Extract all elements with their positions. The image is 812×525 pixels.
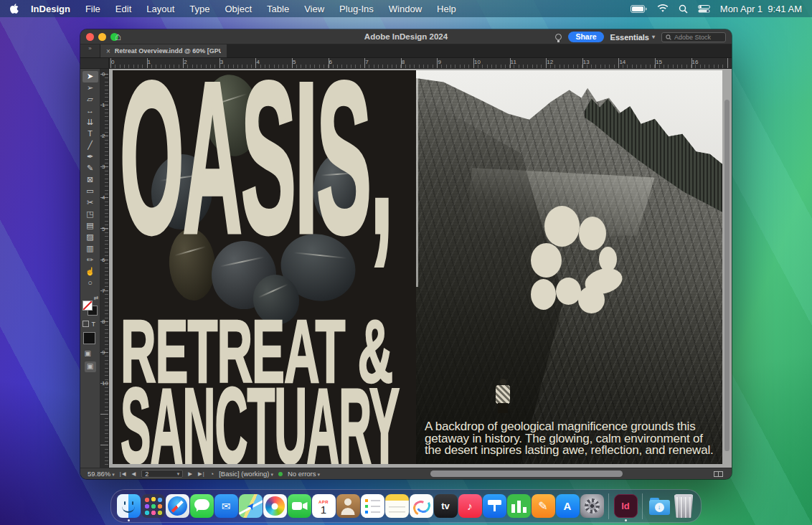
trash-icon [672,494,696,518]
logo-ellipse [531,279,556,310]
formatting-affects-text-button[interactable]: T [92,321,96,328]
document-viewport[interactable]: OASIS, RETREAT & SANCTUARY [109,69,732,468]
last-page-button[interactable]: ▶| [198,470,205,477]
control-center-icon[interactable] [698,5,710,13]
menu-window[interactable]: Window [389,4,422,14]
ruler-number: 13 [583,59,590,65]
menu-view[interactable]: View [304,4,324,14]
spread-left-page[interactable]: OASIS, RETREAT & SANCTUARY [113,70,416,464]
menu-help[interactable]: Help [437,4,456,14]
screen-mode-icon[interactable]: ▣ [85,349,91,357]
facetime-icon [288,494,311,518]
close-tab-icon[interactable]: × [106,47,110,55]
preflight-profile-menu[interactable]: [Basic] (working)▾ [219,470,273,478]
window-titlebar[interactable]: ⌂ Adobe InDesign 2024 Share Essentials ▾… [80,29,732,44]
fill-color-swatch[interactable] [82,301,93,311]
tool-pencil-tool[interactable]: ✎ [82,163,98,174]
menu-plugins[interactable]: Plug-Ins [339,4,374,14]
apple-logo-icon[interactable] [10,4,19,14]
apply-color-button[interactable] [83,332,95,344]
tool-direct-selection[interactable]: ➢ [82,82,98,94]
dock-downloads[interactable]: ↓ [647,494,671,518]
spread-right-page[interactable]: A backdrop of geological magnificence gr… [416,70,722,464]
tool-gap-tool[interactable]: ↔ [82,105,98,117]
menu-object[interactable]: Object [225,4,252,14]
dock-safari[interactable] [165,494,189,518]
dock-maps[interactable] [238,494,263,518]
tool-pen-tool[interactable]: ✒ [82,151,98,163]
tool-rectangle-tool[interactable]: ▭ [82,186,98,197]
dock-keynote[interactable] [482,494,506,518]
dock-pages[interactable]: ✎ [531,494,555,518]
ruler-origin-corner[interactable] [80,58,109,68]
tool-frame-tool[interactable]: ⊠ [82,174,98,186]
search-placeholder: Adobe Stock [674,34,711,41]
dock-finder[interactable] [116,494,141,518]
wifi-icon[interactable] [657,4,669,13]
first-page-button[interactable]: |◀ [120,470,127,477]
next-page-button[interactable]: ▶ [188,470,193,477]
dock-calendar[interactable]: APR1 [311,494,336,518]
page-number-field[interactable]: 2 ▾ [141,470,183,478]
tool-page-tool[interactable]: ▱ [82,94,98,105]
toolbar-collapse-chevrons[interactable]: » [80,44,100,57]
tool-line-tool[interactable]: ╱ [82,140,98,151]
previous-page-button[interactable]: ◀ [131,470,136,477]
adobe-stock-search-input[interactable]: Adobe Stock [661,32,726,42]
dock-messages[interactable] [189,494,214,518]
dock-numbers[interactable] [506,494,531,518]
horizontal-ruler[interactable]: 012345678910111213141516 [109,58,732,68]
tool-scissors-tool[interactable]: ✂ [82,197,98,209]
tool-hand-tool[interactable]: ☝ [82,266,98,278]
dock-settings[interactable] [580,494,604,518]
spotlight-search-icon[interactable] [679,4,688,14]
dock-freeform[interactable] [409,494,433,518]
ruler-number: 4 [102,195,108,200]
error-status-menu[interactable]: No errors▾ [288,470,320,478]
tool-notes-tool[interactable]: ▥ [82,243,98,255]
dock-appstore[interactable]: A [555,494,580,518]
zoom-level-control[interactable]: 59.86%▾ [88,470,115,478]
no-errors-indicator-dot [278,472,283,476]
tool-color-theme-tool[interactable]: ✏ [82,255,98,266]
menu-clock[interactable]: Mon Apr 1 9:41 AM [720,4,802,14]
indesign-window: ⌂ Adobe InDesign 2024 Share Essentials ▾… [80,29,732,479]
menu-file[interactable]: File [85,4,100,14]
dock-mail[interactable]: ✉ [214,494,238,518]
dock-contacts[interactable] [336,494,360,518]
dock-appletv[interactable]: tv [433,494,458,518]
menu-type[interactable]: Type [189,4,209,14]
dock-notes[interactable] [384,494,409,518]
document-tab[interactable]: × Retreat Overview.indd @ 60% [GPU Previ… [100,44,227,57]
dock-trash[interactable] [671,494,696,518]
menu-edit[interactable]: Edit [115,4,131,14]
spread-view-icon[interactable] [714,471,723,477]
discover-lightbulb-icon[interactable] [555,34,562,40]
tool-gradient-feather-tool[interactable]: ▨ [82,232,98,243]
tool-content-collector[interactable]: ⇊ [82,117,98,128]
share-button[interactable]: Share [568,32,603,42]
dock-facetime[interactable] [287,494,311,518]
formatting-affects-container-button[interactable] [82,321,89,327]
dock-music[interactable]: ♪ [458,494,482,518]
tool-zoom-tool[interactable]: ○ [82,278,98,289]
battery-icon[interactable] [631,5,647,13]
dock-indesign[interactable]: Id [613,494,638,518]
dock-reminders[interactable] [360,494,384,518]
tool-gradient-swatch-tool[interactable]: ▤ [82,220,98,232]
workspace-switcher[interactable]: Essentials ▾ [610,33,655,42]
view-mode-button[interactable]: ▣ [85,361,96,372]
menu-indesign[interactable]: InDesign [31,4,70,14]
menu-table[interactable]: Table [267,4,289,14]
dock-photos[interactable] [263,494,287,518]
preflight-icon[interactable]: ◔ [210,470,214,478]
tool-free-transform-tool[interactable]: ◳ [82,209,98,220]
swap-fill-stroke-icon[interactable]: ⇄ [94,295,99,301]
menu-layout[interactable]: Layout [146,4,174,14]
horizontal-scrollbar[interactable] [430,470,623,477]
tool-type-tool[interactable]: T [82,128,98,140]
vertical-scrollbar[interactable] [724,100,730,451]
vertical-ruler[interactable]: 012345678910 [100,69,109,468]
tool-selection[interactable]: ➤ [82,71,98,82]
dock-launchpad[interactable] [141,494,165,518]
